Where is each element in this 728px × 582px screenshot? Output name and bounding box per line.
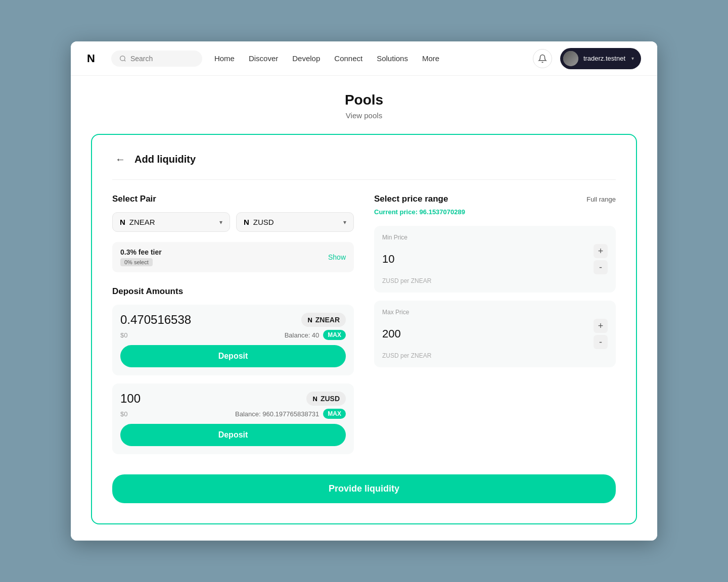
back-button[interactable]: ←: [112, 151, 128, 167]
nav-links: Home Discover Develop Connect Solutions …: [214, 54, 521, 63]
fee-tier-badge: 0% select: [120, 258, 153, 266]
right-column: Select price range Full range Current pr…: [374, 194, 616, 462]
deposit-2-amount: 100: [120, 392, 141, 406]
deposit-box-2: 100 Ν ZUSD $0 Balance: 960.197765838731 …: [112, 383, 354, 454]
deposit-1-top: 0.470516538 Ν ZNEAR: [120, 313, 346, 327]
logo: Ν: [87, 52, 95, 65]
page-subtitle[interactable]: View pools: [91, 111, 637, 120]
deposit-2-token-name: ZUSD: [321, 395, 340, 403]
token2-select[interactable]: Ν ZUSD ▾: [236, 212, 354, 232]
bell-icon: [538, 54, 547, 63]
fee-tier-box: 0.3% fee tier 0% select Show: [112, 242, 354, 272]
nav-solutions[interactable]: Solutions: [377, 54, 408, 63]
current-price: Current price: 96.1537070289: [374, 208, 616, 216]
fee-tier-info: 0.3% fee tier 0% select: [120, 248, 162, 266]
token2-logo: Ν: [244, 218, 249, 226]
provide-liquidity-button[interactable]: Provide liquidity: [112, 474, 616, 503]
two-col-layout: Select Pair Ν ZNEAR ▾ Ν ZUSD ▾: [112, 194, 616, 462]
avatar: [563, 51, 578, 66]
deposit-2-max-button[interactable]: MAX: [323, 409, 346, 419]
deposit-1-max-button[interactable]: MAX: [323, 330, 346, 340]
min-price-unit: ZUSD per ZNEAR: [382, 277, 608, 284]
min-price-controls: + -: [594, 244, 608, 274]
price-range-header: Select price range Full range: [374, 194, 616, 204]
min-price-box: Min Price 10 + - ZUSD per ZNEAR: [374, 226, 616, 293]
deposit-2-usd: $0: [120, 410, 127, 418]
deposit-2-bottom: $0 Balance: 960.197765838731 MAX: [120, 409, 346, 419]
fee-tier-label: 0.3% fee tier: [120, 248, 162, 256]
deposit-2-button[interactable]: Deposit: [120, 424, 346, 446]
deposit-1-bottom: $0 Balance: 40 MAX: [120, 330, 346, 340]
min-price-plus-button[interactable]: +: [594, 244, 608, 258]
svg-point-0: [120, 56, 125, 60]
search-box[interactable]: [111, 51, 202, 67]
max-price-plus-button[interactable]: +: [594, 319, 608, 333]
token1-chevron-icon: ▾: [219, 219, 222, 226]
deposit-1-balance-text: Balance: 40: [285, 331, 320, 339]
card-header: ← Add liquidity: [112, 151, 616, 180]
left-column: Select Pair Ν ZNEAR ▾ Ν ZUSD ▾: [112, 194, 354, 462]
page-header: Pools View pools: [91, 92, 637, 120]
show-button[interactable]: Show: [328, 253, 346, 261]
token2-chevron-icon: ▾: [343, 219, 346, 226]
token1-logo: Ν: [120, 218, 125, 226]
max-price-unit: ZUSD per ZNEAR: [382, 352, 608, 359]
max-price-controls: + -: [594, 319, 608, 349]
token1-name: ZNEAR: [129, 218, 155, 226]
nav-more[interactable]: More: [422, 54, 439, 63]
card-title: Add liquidity: [134, 154, 196, 165]
deposit-1-token-badge[interactable]: Ν ZNEAR: [301, 313, 346, 327]
nav-discover[interactable]: Discover: [249, 54, 278, 63]
deposit-1-token-name: ZNEAR: [315, 316, 340, 324]
deposit-amounts-label: Deposit Amounts: [112, 286, 354, 297]
min-price-label: Min Price: [382, 234, 608, 241]
deposit-2-token-logo: Ν: [312, 395, 317, 403]
nav-develop[interactable]: Develop: [292, 54, 320, 63]
nav-home[interactable]: Home: [214, 54, 235, 63]
token1-select[interactable]: Ν ZNEAR ▾: [112, 212, 230, 232]
pair-selects: Ν ZNEAR ▾ Ν ZUSD ▾: [112, 212, 354, 232]
user-chevron-icon: ▾: [631, 56, 634, 61]
add-liquidity-card: ← Add liquidity Select Pair Ν ZNEAR ▾ Ν: [91, 134, 637, 524]
bell-button[interactable]: [533, 49, 552, 68]
nav-connect[interactable]: Connect: [334, 54, 362, 63]
search-input[interactable]: [130, 55, 191, 63]
max-price-label: Max Price: [382, 309, 608, 316]
price-range-label: Select price range: [374, 194, 448, 204]
deposit-1-token-logo: Ν: [307, 316, 312, 324]
deposit-2-balance: Balance: 960.197765838731 MAX: [235, 409, 346, 419]
deposit-1-balance: Balance: 40 MAX: [285, 330, 346, 340]
current-price-label: Current price:: [374, 208, 420, 216]
deposit-2-balance-text: Balance: 960.197765838731: [235, 410, 319, 418]
page-title: Pools: [91, 92, 637, 108]
full-range-button[interactable]: Full range: [586, 196, 616, 203]
max-price-box: Max Price 200 + - ZUSD per ZNEAR: [374, 301, 616, 367]
deposit-1-button[interactable]: Deposit: [120, 345, 346, 367]
svg-line-1: [124, 60, 126, 61]
min-price-minus-button[interactable]: -: [594, 260, 608, 274]
max-price-value: 200: [382, 327, 401, 341]
deposit-box-1: 0.470516538 Ν ZNEAR $0 Balance: 40 MAX: [112, 305, 354, 375]
current-price-value: 96.1537070289: [420, 208, 465, 216]
nav-right: traderz.testnet ▾: [533, 48, 641, 69]
deposit-1-amount: 0.470516538: [120, 313, 191, 327]
page-content: Pools View pools ← Add liquidity Select …: [71, 76, 657, 541]
token2-name: ZUSD: [253, 218, 274, 226]
navbar: Ν Home Discover Develop Connect Solution…: [71, 41, 657, 76]
user-menu[interactable]: traderz.testnet ▾: [560, 48, 641, 69]
deposit-2-top: 100 Ν ZUSD: [120, 392, 346, 406]
min-price-value: 10: [382, 253, 394, 266]
max-price-row: 200 + -: [382, 319, 608, 349]
username: traderz.testnet: [583, 55, 625, 62]
deposit-2-token-badge[interactable]: Ν ZUSD: [306, 392, 346, 406]
select-pair-label: Select Pair: [112, 194, 354, 204]
search-icon: [119, 55, 126, 62]
max-price-minus-button[interactable]: -: [594, 335, 608, 349]
min-price-row: 10 + -: [382, 244, 608, 274]
deposit-1-usd: $0: [120, 331, 127, 339]
